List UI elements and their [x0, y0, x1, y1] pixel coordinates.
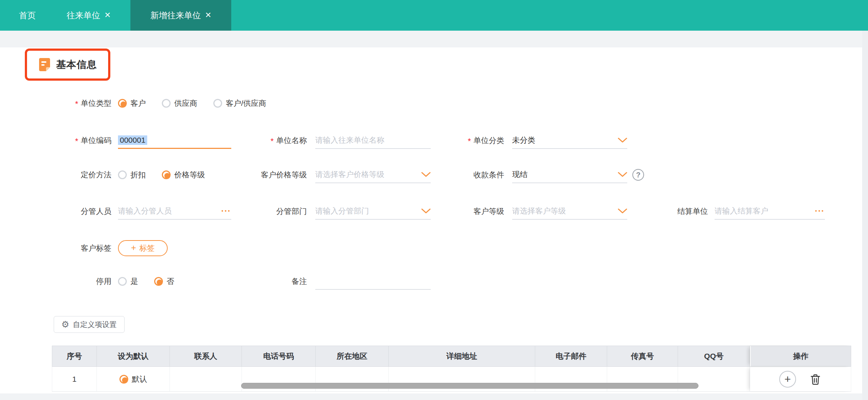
customer-level-select[interactable]: 请选择客户等级	[512, 203, 627, 220]
document-icon	[38, 58, 51, 72]
unit-category-select[interactable]: 未分类	[512, 132, 627, 149]
add-tag-button[interactable]: + 标签	[118, 240, 168, 256]
close-icon[interactable]: ×	[104, 10, 110, 20]
radio-circle-icon	[162, 99, 171, 108]
header-phone: 电话号码	[242, 346, 316, 366]
tab-new-partner-active[interactable]: 新增往来单位 ×	[130, 0, 231, 31]
customer-level-label: 客户等级	[424, 203, 504, 220]
section-highlight-box: 基本信息	[25, 49, 110, 81]
form-row-disable-remark: 停用 是 否 备注	[0, 273, 868, 290]
payment-terms-label: 收款条件	[424, 166, 504, 183]
header-operations: 操作	[750, 346, 851, 366]
pricing-method-label: 定价方法	[15, 166, 111, 183]
page: 首页 往来单位 × 新增往来单位 × 基本信息 * 单位类型	[0, 0, 868, 400]
more-options-icon[interactable]: •••	[815, 208, 825, 214]
required-asterisk: *	[270, 136, 274, 146]
required-asterisk: *	[468, 136, 471, 146]
add-row-icon[interactable]: +	[779, 371, 796, 388]
cell-contact[interactable]	[170, 367, 242, 391]
chevron-down-icon[interactable]	[618, 172, 627, 177]
pricing-method-radio-group: 折扣 价格等级	[118, 166, 221, 183]
unit-code-label: * 单位编码	[15, 132, 111, 149]
header-fax: 传真号	[607, 346, 678, 366]
gear-icon: ⚙	[61, 320, 69, 329]
manager-input[interactable]: 请输入分管人员 •••	[118, 203, 231, 220]
header-email: 电子邮件	[535, 346, 607, 366]
unit-name-label: * 单位名称	[219, 132, 307, 149]
disabled-label: 停用	[15, 273, 111, 290]
customer-tags-label: 客户标签	[15, 240, 111, 257]
required-asterisk: *	[75, 136, 78, 146]
custom-fields-settings-button[interactable]: ⚙ 自定义项设置	[54, 316, 125, 333]
radio-customer[interactable]: 客户	[118, 98, 146, 108]
header-address: 详细地址	[389, 346, 535, 366]
radio-circle-icon	[162, 170, 171, 179]
radio-yes[interactable]: 是	[118, 276, 138, 286]
section-title: 基本信息	[56, 58, 97, 71]
cell-seq: 1	[52, 367, 97, 391]
header-region: 所在地区	[316, 346, 389, 366]
radio-circle-icon	[119, 375, 128, 384]
default-radio[interactable]: 默认	[119, 374, 147, 384]
form-row-management: 分管人员 请输入分管人员 ••• 分管部门 请输入分管部门 客户等级 请选择客户…	[0, 203, 868, 220]
unit-type-label: * 单位类型	[15, 95, 111, 112]
header-qq: QQ号	[678, 346, 750, 366]
radio-discount[interactable]: 折扣	[118, 170, 146, 180]
trash-icon[interactable]	[809, 373, 822, 386]
remark-label: 备注	[219, 273, 307, 290]
tab-partners[interactable]: 往来单位 ×	[55, 0, 122, 31]
tab-label: 新增往来单位	[151, 10, 201, 21]
unit-name-input[interactable]: 请输入往来单位名称	[315, 132, 431, 149]
cell-set-default: 默认	[97, 367, 170, 391]
radio-circle-icon	[213, 99, 222, 108]
form-row-code-name-category: * 单位编码 000001 * 单位名称 请输入往来单位名称 * 单位分类 未分…	[0, 132, 868, 149]
form-row-unit-type: * 单位类型 客户 供应商 客户/供应商	[0, 95, 868, 112]
unit-type-radio-group: 客户 供应商 客户/供应商	[118, 95, 282, 112]
close-icon[interactable]: ×	[205, 10, 211, 20]
payment-terms-select[interactable]: 现结	[512, 166, 627, 183]
radio-circle-icon	[118, 170, 127, 179]
horizontal-scrollbar-thumb[interactable]	[241, 383, 698, 389]
unit-category-label: * 单位分类	[424, 132, 504, 149]
manager-label: 分管人员	[15, 203, 111, 220]
header-set-default: 设为默认	[97, 346, 170, 366]
cell-operations: +	[750, 367, 851, 391]
radio-price-level[interactable]: 价格等级	[162, 170, 205, 180]
header-contact: 联系人	[170, 346, 242, 366]
settlement-unit-label: 结算单位	[621, 203, 708, 220]
tab-label: 往来单位	[66, 10, 100, 21]
customer-price-level-label: 客户价格等级	[219, 166, 307, 183]
radio-no[interactable]: 否	[154, 276, 174, 286]
disabled-radio-group: 是 否	[118, 273, 190, 290]
customer-price-level-select[interactable]: 请选择客户价格等级	[315, 166, 431, 183]
form-row-tags: 客户标签 + 标签	[0, 240, 868, 257]
form-row-pricing: 定价方法 折扣 价格等级 客户价格等级 请选择客户价格等级 收款条件 现结	[0, 166, 868, 183]
tab-home[interactable]: 首页	[0, 0, 55, 31]
table-header-row: 序号 设为默认 联系人 电话号码 所在地区 详细地址 电子邮件 传真号 QQ号 …	[52, 346, 851, 367]
radio-circle-icon	[118, 99, 127, 108]
department-select[interactable]: 请输入分管部门	[315, 203, 431, 220]
chevron-down-icon[interactable]	[618, 138, 627, 143]
header-seq: 序号	[52, 346, 97, 366]
remark-input[interactable]	[315, 273, 431, 290]
tab-label: 首页	[19, 10, 36, 21]
required-asterisk: *	[75, 99, 78, 109]
unit-code-input[interactable]: 000001	[118, 132, 231, 149]
radio-circle-icon	[154, 277, 163, 286]
radio-supplier[interactable]: 供应商	[162, 98, 197, 108]
department-label: 分管部门	[219, 203, 307, 220]
tab-bar: 首页 往来单位 × 新增往来单位 ×	[0, 0, 868, 31]
plus-icon: +	[131, 243, 136, 253]
selected-text: 000001	[118, 135, 147, 145]
settlement-unit-input[interactable]: 请输入结算客户 •••	[715, 203, 825, 220]
radio-circle-icon	[118, 277, 127, 286]
radio-customer-supplier[interactable]: 客户/供应商	[213, 98, 266, 108]
help-icon[interactable]: ?	[632, 169, 644, 181]
